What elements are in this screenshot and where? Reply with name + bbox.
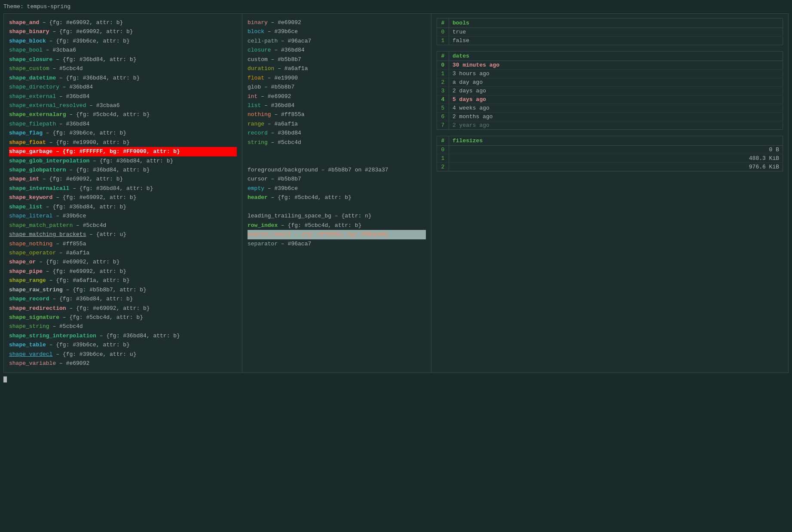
dates-row-2-num: 2: [437, 78, 449, 87]
dates-row-7-value: 2 years ago: [449, 121, 783, 130]
line-shape-record: shape_record – {fg: #36bd84, attr: b}: [9, 294, 237, 303]
line-shape-directory: shape_directory – #36bd84: [9, 83, 237, 92]
bools-row-0: 0 true: [437, 28, 783, 37]
line-shape-globpattern: shape_globpattern – {fg: #36bd84, attr: …: [9, 165, 237, 174]
filesizes-col-header: filesizes: [449, 136, 783, 146]
line-shape-binary: shape_binary – {fg: #e69092, attr: b}: [9, 27, 237, 36]
dates-row-5-value: 4 weeks ago: [449, 104, 783, 113]
line-shape-glob-interpolation: shape_glob_interpolation – {fg: #36bd84,…: [9, 156, 237, 165]
dates-row-0: 0 30 minutes ago: [437, 61, 783, 70]
filesizes-row-0-num: 0: [437, 146, 449, 154]
line-shape-table: shape_table – {fg: #39b6ce, attr: b}: [9, 340, 237, 349]
dates-row-6-num: 6: [437, 113, 449, 121]
bools-row-1-value: false: [449, 37, 783, 45]
dates-row-1: 1 3 hours ago: [437, 70, 783, 78]
filesizes-row-0: 0 0 B: [437, 146, 783, 154]
filesizes-row-2-value: 976.6 KiB: [449, 163, 783, 171]
dates-col-header: dates: [449, 52, 783, 61]
line-shape-keyword: shape_keyword – {fg: #e69092, attr: b}: [9, 193, 237, 202]
line-shape-external-resolved: shape_external_resolved – #3cbaa6: [9, 101, 237, 110]
dates-row-2-value: a day ago: [449, 78, 783, 87]
dates-row-4-value: 5 days ago: [449, 95, 783, 104]
bools-hash-header: #: [437, 18, 449, 28]
line-shape-vardecl: shape_vardecl – {fg: #39b6ce, attr: u}: [9, 350, 237, 359]
dates-row-0-value: 30 minutes ago: [449, 61, 783, 70]
dates-row-2: 2 a day ago: [437, 78, 783, 87]
line-shape-literal: shape_literal – #39b6ce: [9, 211, 237, 220]
bools-row-0-num: 0: [437, 28, 449, 37]
dates-row-1-value: 3 hours ago: [449, 70, 783, 78]
filesizes-hash-header: #: [437, 136, 449, 146]
line-shape-signature: shape_signature – {fg: #5cbc4d, attr: b}: [9, 313, 237, 322]
tables-column: # bools 0 true 1 false: [431, 14, 788, 373]
line-shape-block: shape_block – {fg: #39b6ce, attr: b}: [9, 37, 237, 46]
filesizes-row-1-value: 488.3 KiB: [449, 154, 783, 163]
line-shape-pipe: shape_pipe – {fg: #e69092, attr: b}: [9, 267, 237, 276]
dates-row-6-value: 2 months ago: [449, 113, 783, 121]
line-shape-custom: shape_custom – #5cbc4d: [9, 64, 237, 73]
line-shape-and: shape_and – {fg: #e69092, attr: b}: [9, 18, 237, 27]
line-shape-externalarg: shape_externalarg – {fg: #5cbc4d, attr: …: [9, 110, 237, 119]
theme-title: Theme: tempus-spring: [3, 3, 789, 10]
line-shape-range: shape_range – {fg: #a6af1a, attr: b}: [9, 276, 237, 285]
dates-row-0-num: 0: [437, 61, 449, 70]
line-shape-flag: shape_flag – {fg: #39b6ce, attr: b}: [9, 128, 237, 138]
bools-col-header: bools: [449, 18, 783, 28]
types-column: binary – #e69092 block – #39b6ce cell-pa…: [242, 14, 431, 373]
bools-row-1-num: 1: [437, 37, 449, 45]
line-shape-int: shape_int – {fg: #e69092, attr: b}: [9, 174, 237, 183]
line-shape-matching-brackets: shape_matching_brackets – {attr: u}: [9, 230, 237, 239]
bools-row-0-value: true: [449, 28, 783, 37]
filesizes-row-2: 2 976.6 KiB: [437, 163, 783, 171]
filesizes-row-1: 1 488.3 KiB: [437, 154, 783, 163]
line-shape-or: shape_or – {fg: #e69092, attr: b}: [9, 257, 237, 266]
line-shape-raw-string: shape_raw_string – {fg: #b5b8b7, attr: b…: [9, 285, 237, 294]
dates-row-3: 3 2 days ago: [437, 87, 783, 95]
line-shape-bool: shape_bool – #3cbaa6: [9, 46, 237, 55]
line-shape-variable: shape_variable – #e69092: [9, 359, 237, 368]
dates-hash-header: #: [437, 52, 449, 61]
dates-row-4: 4 5 days ago: [437, 95, 783, 104]
line-shape-float: shape_float – {fg: #e19900, attr: b}: [9, 138, 237, 147]
bools-table: # bools 0 true 1 false: [437, 18, 783, 45]
dates-row-4-num: 4: [437, 95, 449, 104]
dates-row-6: 6 2 months ago: [437, 113, 783, 121]
line-shape-operator: shape_operator – #a6af1a: [9, 248, 237, 257]
dates-row-7-num: 7: [437, 121, 449, 130]
line-shape-closure: shape_closure – {fg: #36bd84, attr: b}: [9, 55, 237, 64]
dates-row-7: 7 2 years ago: [437, 121, 783, 130]
filesizes-table: # filesizes 0 0 B 1 488.3 KiB 2: [437, 136, 783, 171]
shapes-column: shape_and – {fg: #e69092, attr: b} shape…: [4, 14, 242, 373]
filesizes-row-2-num: 2: [437, 163, 449, 171]
line-shape-string-interpolation: shape_string_interpolation – {fg: #36bd8…: [9, 331, 237, 340]
dates-row-1-num: 1: [437, 70, 449, 78]
line-shape-garbage: shape_garbage – {fg: #FFFFFF, bg: #FF000…: [9, 147, 237, 156]
line-shape-redirection: shape_redirection – {fg: #e69092, attr: …: [9, 304, 237, 313]
line-shape-filepath: shape_filepath – #36bd84: [9, 119, 237, 128]
line-shape-match-pattern: shape_match_pattern – #5cbc4d: [9, 221, 237, 230]
bools-row-1: 1 false: [437, 37, 783, 45]
line-shape-datetime: shape_datetime – {fg: #36bd84, attr: b}: [9, 73, 237, 83]
dates-row-3-num: 3: [437, 87, 449, 95]
line-shape-string: shape_string – #5cbc4d: [9, 322, 237, 331]
dates-row-5-num: 5: [437, 104, 449, 113]
filesizes-row-1-num: 1: [437, 154, 449, 163]
line-shape-nothing: shape_nothing – #ff855a: [9, 239, 237, 248]
filesizes-row-0-value: 0 B: [449, 146, 783, 154]
dates-row-5: 5 4 weeks ago: [437, 104, 783, 113]
line-shape-external: shape_external – #36bd84: [9, 92, 237, 101]
dates-row-3-value: 2 days ago: [449, 87, 783, 95]
dates-table: # dates 0 30 minutes ago 1 3 hours ago 2: [437, 51, 783, 130]
line-shape-list: shape_list – {fg: #36bd84, attr: b}: [9, 202, 237, 211]
line-shape-internalcall: shape_internalcall – {fg: #36bd84, attr:…: [9, 184, 237, 193]
terminal-cursor: [3, 376, 7, 382]
